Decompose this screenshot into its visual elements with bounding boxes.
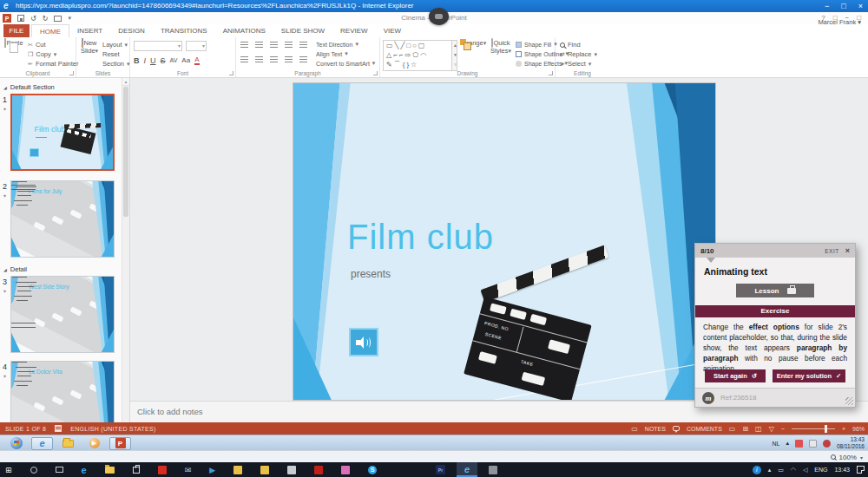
slide-subtitle[interactable]: presents — [351, 268, 391, 280]
slide-thumbnail-3[interactable]: West Side Story — [10, 276, 115, 353]
tray-volume-icon[interactable] — [809, 440, 817, 448]
columns-icon[interactable] — [299, 56, 307, 62]
numbering-icon[interactable] — [255, 42, 263, 48]
app-gray-button[interactable] — [287, 466, 296, 474]
volume-icon[interactable]: ◁ — [803, 467, 807, 474]
start-orb-button[interactable] — [5, 437, 27, 450]
window-minimize-button[interactable]: − — [825, 0, 829, 12]
taskbar-explorer-button[interactable] — [57, 437, 79, 450]
keyboard-language[interactable]: NL — [772, 441, 779, 447]
close-icon[interactable]: × — [845, 247, 850, 255]
paste-button[interactable]: Paste — [3, 40, 25, 48]
os-search-button[interactable] — [30, 467, 37, 474]
shapes-scroll-buttons[interactable]: ▲▼▿ — [451, 41, 457, 71]
zoom-in-button[interactable]: + — [842, 426, 845, 432]
taskbar-ie-button[interactable]: e — [31, 437, 53, 450]
info-tray-icon[interactable]: i — [753, 466, 761, 474]
clipboard-dialog-launcher[interactable] — [69, 71, 74, 75]
thumbnails-scrollbar[interactable]: ▴ — [122, 78, 129, 422]
animation-indicator-icon[interactable]: ✦ — [3, 106, 7, 112]
align-right-icon[interactable] — [270, 56, 278, 62]
bullets-icon[interactable] — [240, 42, 248, 48]
align-center-icon[interactable] — [255, 56, 263, 62]
training-floating-button[interactable] — [429, 8, 449, 25]
file-explorer-button[interactable] — [105, 467, 115, 474]
section-header-default[interactable]: ◢Default Section — [3, 83, 55, 91]
app-red-button-2[interactable] — [314, 466, 323, 474]
taskbar-powerpoint-button[interactable]: P — [109, 437, 131, 450]
notes-placeholder[interactable]: Click to add notes — [137, 407, 203, 416]
tray-expand-icon[interactable]: ▴ — [768, 467, 772, 474]
italic-button[interactable]: I — [144, 56, 147, 65]
increase-indent-icon[interactable] — [285, 42, 293, 48]
slide-thumbnail-4[interactable]: La Dolce Vita — [10, 361, 115, 422]
zoom-out-button[interactable]: − — [781, 426, 785, 432]
decrease-indent-icon[interactable] — [270, 42, 278, 48]
scroll-up-icon[interactable]: ▴ — [122, 78, 129, 86]
font-size-combobox[interactable] — [186, 41, 207, 51]
section-header-detail[interactable]: ◢Detail — [3, 265, 27, 273]
store-button[interactable] — [133, 467, 140, 474]
character-spacing-button[interactable]: AV — [170, 57, 178, 63]
exit-button[interactable]: EXIT — [825, 248, 838, 254]
reset-button[interactable]: Reset — [102, 50, 120, 58]
layout-button[interactable]: Layout▾ — [102, 41, 128, 49]
justify-icon[interactable] — [285, 56, 293, 62]
bold-button[interactable]: B — [134, 56, 140, 65]
align-text-button[interactable]: Align Text▾ — [316, 50, 348, 57]
text-direction-button[interactable]: Text Direction▾ — [316, 41, 358, 48]
tray-expand-icon[interactable]: ▴ — [786, 440, 789, 447]
tray-flag-icon[interactable] — [795, 440, 803, 448]
tab-animations[interactable]: ANIMATIONS — [215, 24, 273, 38]
scrollbar-thumb[interactable] — [123, 87, 128, 217]
cut-button[interactable]: ✂Cut — [28, 41, 46, 49]
tab-design[interactable]: DESIGN — [110, 24, 153, 38]
slide-counter[interactable]: SLIDE 1 OF 8 — [5, 426, 46, 432]
start-again-button[interactable]: Start again ↺ — [705, 369, 766, 382]
copy-button[interactable]: ❐Copy▾ — [28, 50, 56, 58]
paragraph-dialog-launcher[interactable] — [373, 71, 378, 75]
premiere-button[interactable]: Pr — [436, 465, 445, 474]
drawing-dialog-launcher[interactable] — [549, 71, 553, 75]
align-left-icon[interactable] — [240, 56, 248, 62]
replace-button[interactable]: ⇄Replace▾ — [560, 50, 597, 58]
zoom-slider[interactable] — [792, 428, 835, 429]
notes-toggle[interactable]: NOTES — [645, 426, 666, 432]
training-panel-header[interactable]: 8/10 EXIT × — [695, 244, 855, 258]
window-close-button[interactable]: × — [858, 0, 863, 12]
taskbar-mediaplayer-button[interactable]: ▶ — [83, 437, 105, 450]
comments-toggle[interactable]: COMMENTS — [687, 426, 722, 432]
edge-button[interactable]: e — [82, 465, 87, 475]
paint-app-button[interactable] — [341, 466, 350, 474]
os-keyboard-language[interactable]: ENG — [814, 467, 827, 473]
find-button[interactable]: Find — [560, 41, 581, 49]
tab-slideshow[interactable]: SLIDE SHOW — [273, 24, 332, 38]
tab-home[interactable]: HOME — [31, 24, 69, 38]
view-reading-icon[interactable]: ◫ — [755, 425, 762, 433]
animation-indicator-icon[interactable]: ✦ — [3, 288, 7, 294]
tab-transitions[interactable]: TRANSITIONS — [153, 24, 215, 38]
enter-solution-button[interactable]: Enter my solution ✓ — [773, 369, 845, 382]
battery-icon[interactable]: ▭ — [778, 467, 784, 474]
select-button[interactable]: ➤Select▾ — [560, 60, 591, 68]
app-red-button[interactable] — [158, 466, 167, 474]
view-sorter-icon[interactable]: ⊞ — [742, 425, 748, 433]
change-case-button[interactable]: Aa — [181, 56, 190, 64]
app-pinned-button[interactable] — [489, 466, 497, 474]
slide-title[interactable]: Film club — [347, 218, 494, 257]
mail-button[interactable]: ✉ — [185, 466, 192, 474]
new-slide-button[interactable]: NewSlide▾ — [77, 40, 102, 55]
tab-review[interactable]: REVIEW — [332, 24, 376, 38]
skype-button[interactable]: S — [368, 466, 377, 474]
strikethrough-button[interactable]: S — [161, 56, 166, 65]
shape-fill-button[interactable]: Shape Fill▾ — [516, 41, 557, 48]
underline-button[interactable]: U — [150, 56, 156, 65]
window-maximize-button[interactable]: □ — [841, 0, 845, 12]
task-view-button[interactable] — [56, 467, 63, 473]
movies-tv-button[interactable]: ▶ — [209, 466, 215, 474]
view-normal-icon[interactable]: ▭ — [729, 425, 736, 433]
section-button[interactable]: Section▾ — [102, 60, 130, 68]
font-dialog-launcher[interactable] — [229, 71, 233, 75]
animation-indicator-icon[interactable]: ✦ — [3, 373, 7, 379]
clock[interactable]: 13:4308/11/2016 — [837, 436, 865, 450]
